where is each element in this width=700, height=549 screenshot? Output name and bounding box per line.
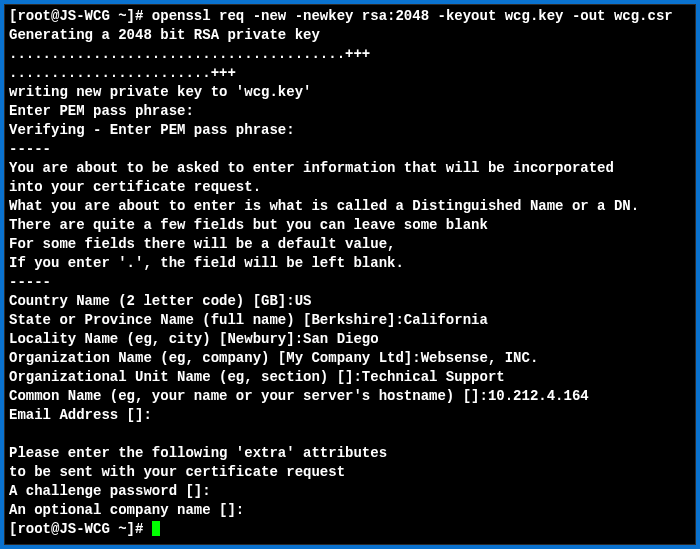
output-line: to be sent with your certificate request [9, 464, 345, 480]
terminal-window[interactable]: [root@JS-WCG ~]# openssl req -new -newke… [4, 4, 696, 545]
output-line: There are quite a few fields but you can… [9, 217, 488, 233]
output-line: ----- [9, 274, 51, 290]
output-line: Country Name (2 letter code) [GB]:US [9, 293, 311, 309]
shell-prompt: [root@JS-WCG ~]# [9, 8, 152, 24]
output-line: Generating a 2048 bit RSA private key [9, 27, 320, 43]
output-line: ----- [9, 141, 51, 157]
output-line: Organization Name (eg, company) [My Comp… [9, 350, 538, 366]
output-line: into your certificate request. [9, 179, 261, 195]
output-line: A challenge password []: [9, 483, 211, 499]
output-line: Verifying - Enter PEM pass phrase: [9, 122, 295, 138]
output-line: Locality Name (eg, city) [Newbury]:San D… [9, 331, 379, 347]
output-line: Organizational Unit Name (eg, section) [… [9, 369, 505, 385]
command-text: openssl req -new -newkey rsa:2048 -keyou… [152, 8, 673, 24]
output-line: What you are about to enter is what is c… [9, 198, 639, 214]
output-line: ........................................… [9, 46, 370, 62]
output-line: For some fields there will be a default … [9, 236, 395, 252]
output-line: If you enter '.', the field will be left… [9, 255, 404, 271]
output-line: ........................+++ [9, 65, 236, 81]
output-line: You are about to be asked to enter infor… [9, 160, 614, 176]
shell-prompt: [root@JS-WCG ~]# [9, 521, 152, 537]
output-line: writing new private key to 'wcg.key' [9, 84, 311, 100]
output-line: Common Name (eg, your name or your serve… [9, 388, 589, 404]
output-line: Please enter the following 'extra' attri… [9, 445, 387, 461]
output-line: Enter PEM pass phrase: [9, 103, 194, 119]
output-line: An optional company name []: [9, 502, 244, 518]
output-line: Email Address []: [9, 407, 152, 423]
output-line: State or Province Name (full name) [Berk… [9, 312, 488, 328]
cursor-icon [152, 521, 160, 536]
